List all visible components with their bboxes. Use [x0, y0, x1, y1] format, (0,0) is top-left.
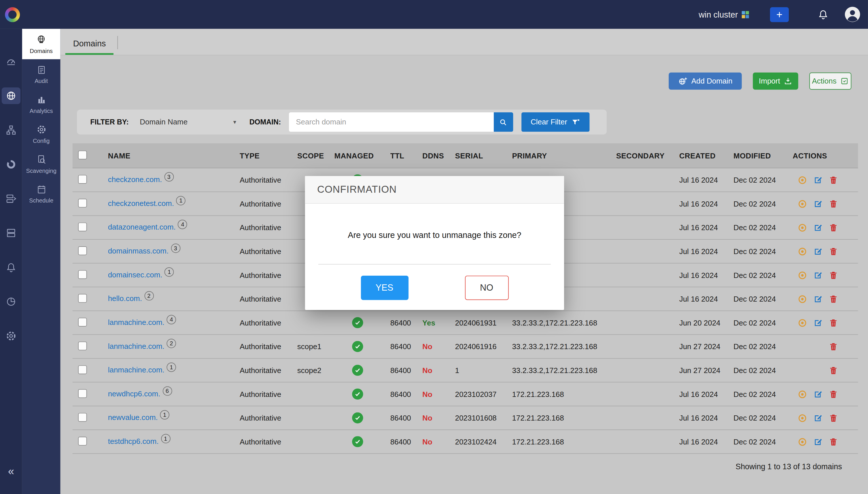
delete-icon-button[interactable]	[828, 293, 839, 304]
edit-icon-button[interactable]	[813, 436, 823, 447]
delete-icon-button[interactable]	[828, 198, 839, 209]
row-checkbox[interactable]	[78, 341, 87, 350]
domain-link[interactable]: domainmass.com.	[108, 247, 169, 255]
reports-doughnut-icon[interactable]	[2, 156, 20, 173]
domain-link[interactable]: lanmachine.com.	[108, 342, 165, 350]
no-button[interactable]: NO	[465, 276, 508, 300]
col-managed[interactable]: MANAGED	[335, 152, 390, 160]
row-checkbox[interactable]	[78, 293, 87, 302]
dashboard-icon[interactable]	[2, 53, 20, 70]
domain-link[interactable]: checkzone.com.	[108, 175, 162, 184]
delete-icon-button[interactable]	[828, 436, 839, 447]
pagination-summary: Showing 1 to 13 of 13 domains	[735, 462, 842, 471]
clear-filter-button[interactable]: Clear Filter	[521, 112, 589, 132]
delete-icon-button[interactable]	[828, 365, 839, 376]
delete-icon-button[interactable]	[828, 389, 839, 400]
row-checkbox[interactable]	[78, 365, 87, 374]
edit-icon-button[interactable]	[813, 222, 823, 233]
sidebar-item-domains[interactable]: Domains	[22, 29, 60, 59]
delete-icon-button[interactable]	[828, 270, 839, 281]
sidebar-item-config[interactable]: Config	[22, 119, 60, 149]
row-checkbox[interactable]	[78, 389, 87, 398]
user-avatar[interactable]	[844, 6, 861, 23]
col-type[interactable]: TYPE	[240, 152, 297, 160]
row-checkbox[interactable]	[78, 318, 87, 326]
ipam-network-icon[interactable]	[2, 122, 20, 138]
delete-icon-button[interactable]	[828, 174, 839, 185]
delete-icon-button[interactable]	[828, 318, 839, 328]
server-export-icon[interactable]	[2, 190, 20, 207]
unmanage-icon-button[interactable]	[797, 198, 808, 209]
unmanage-icon-button[interactable]	[797, 222, 808, 233]
domain-link[interactable]: newvalue.com.	[108, 413, 158, 421]
dns-icon[interactable]	[2, 88, 20, 104]
sidebar-item-scavenging[interactable]: Scavenging	[22, 149, 60, 179]
domain-link[interactable]: lanmachine.com.	[108, 365, 165, 374]
col-ddns[interactable]: DDNS	[422, 152, 455, 160]
stats-pie-icon[interactable]	[2, 293, 20, 310]
filter-by-select[interactable]: Domain Name ▼	[140, 118, 237, 126]
delete-icon-button[interactable]	[828, 341, 839, 352]
unmanage-icon-button[interactable]	[797, 174, 808, 185]
row-checkbox[interactable]	[78, 198, 87, 207]
edit-icon-button[interactable]	[813, 389, 823, 400]
row-checkbox[interactable]	[78, 436, 87, 445]
sidebar-item-schedule[interactable]: Schedule	[22, 179, 60, 209]
row-checkbox[interactable]	[78, 222, 87, 231]
row-checkbox[interactable]	[78, 246, 87, 255]
delete-icon-button[interactable]	[828, 222, 839, 233]
edit-icon-button[interactable]	[813, 174, 823, 185]
unmanage-icon-button[interactable]	[797, 270, 808, 281]
sidebar-item-analytics[interactable]: Analytics	[22, 89, 60, 119]
sidebar-item-audit[interactable]: Audit	[22, 59, 60, 89]
servers-icon[interactable]	[2, 225, 20, 241]
edit-icon-button[interactable]	[813, 270, 823, 281]
yes-button[interactable]: YES	[361, 276, 408, 300]
search-button[interactable]	[493, 112, 513, 132]
domain-link[interactable]: hello.com.	[108, 294, 142, 302]
app-logo-icon[interactable]	[5, 7, 20, 22]
delete-icon-button[interactable]	[828, 413, 839, 423]
domain-link[interactable]: checkzonetest.com.	[108, 199, 174, 207]
add-domain-button[interactable]: Add Domain	[669, 73, 742, 90]
edit-icon-button[interactable]	[813, 246, 823, 256]
select-all-checkbox[interactable]	[78, 150, 87, 159]
actions-menu-button[interactable]: Actions	[809, 73, 851, 90]
col-modified[interactable]: MODIFIED	[734, 152, 793, 160]
unmanage-icon-button[interactable]	[797, 318, 808, 328]
search-domain-input[interactable]	[289, 112, 493, 132]
col-primary[interactable]: PRIMARY	[512, 152, 616, 160]
row-checkbox[interactable]	[78, 270, 87, 279]
admin-gear-icon[interactable]	[2, 328, 20, 344]
domain-link[interactable]: domainsec.com.	[108, 270, 163, 279]
col-serial[interactable]: SERIAL	[455, 152, 512, 160]
edit-icon-button[interactable]	[813, 198, 823, 209]
unmanage-icon-button[interactable]	[797, 389, 808, 400]
domain-link[interactable]: testdhcp6.com.	[108, 437, 159, 445]
delete-icon-button[interactable]	[828, 246, 839, 256]
collapse-sidebar-icon[interactable]: «	[8, 465, 14, 478]
unmanage-icon-button[interactable]	[797, 246, 808, 256]
unmanage-icon-button[interactable]	[797, 293, 808, 304]
col-ttl[interactable]: TTL	[390, 152, 422, 160]
edit-icon-button[interactable]	[813, 413, 823, 423]
row-checkbox[interactable]	[78, 413, 87, 421]
domain-link[interactable]: newdhcp6.com.	[108, 390, 161, 398]
domain-link[interactable]: lanmachine.com.	[108, 318, 165, 326]
edit-icon-button[interactable]	[813, 318, 823, 328]
notifications-bell-icon[interactable]	[817, 9, 829, 20]
record-count-badge: 1	[176, 195, 186, 205]
domain-link[interactable]: datazoneagent.com.	[108, 223, 176, 231]
unmanage-icon-button[interactable]	[797, 436, 808, 447]
edit-icon-button[interactable]	[813, 293, 823, 304]
import-button[interactable]: Import	[753, 73, 798, 90]
tab-domains[interactable]: Domains	[69, 39, 110, 55]
col-name[interactable]: NAME	[108, 152, 240, 160]
col-secondary[interactable]: SECONDARY	[616, 152, 679, 160]
add-new-button[interactable]: +	[770, 7, 789, 22]
alerts-bell-icon[interactable]	[2, 259, 20, 276]
col-created[interactable]: CREATED	[679, 152, 734, 160]
unmanage-icon-button[interactable]	[797, 413, 808, 423]
row-checkbox[interactable]	[78, 174, 87, 184]
col-scope[interactable]: SCOPE	[297, 152, 335, 160]
